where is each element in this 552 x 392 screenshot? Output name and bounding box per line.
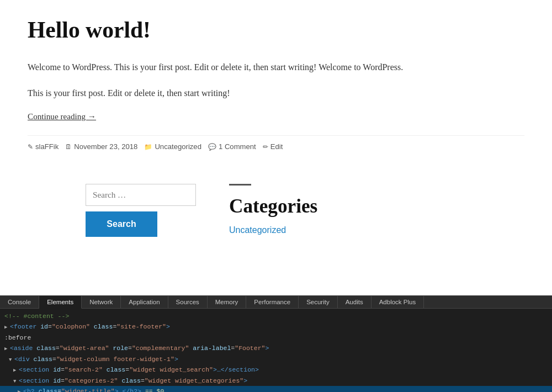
- post-body-line1: Welcome to WordPress. This is your first…: [28, 60, 442, 75]
- categories-divider: [229, 184, 251, 186]
- main-content: Hello world! Welcome to WordPress. This …: [6, 0, 546, 151]
- search-button[interactable]: Search: [86, 211, 157, 237]
- search-input[interactable]: [86, 184, 196, 206]
- post-meta: ✎ slaFFik 🗓 November 23, 2018 📁 Uncatego…: [28, 135, 524, 151]
- author-icon: ✎: [28, 143, 33, 151]
- meta-category: 📁 Uncategorized: [144, 142, 201, 151]
- meta-date: 🗓 November 23, 2018: [65, 142, 137, 151]
- meta-edit: ✏ Edit: [263, 142, 283, 151]
- meta-comments: 💬 1 Comment: [208, 142, 256, 151]
- meta-author: ✎ slaFFik: [28, 142, 59, 151]
- post-title: Hello world!: [28, 17, 524, 43]
- categories-title: Categories: [229, 195, 519, 218]
- search-widget: Search: [86, 184, 196, 237]
- categories-widget: Categories Uncategorized: [229, 184, 519, 237]
- widgets-area: Search Categories Uncategorized: [0, 173, 541, 253]
- edit-icon: ✏: [263, 143, 268, 151]
- continue-reading-link[interactable]: Continue reading →: [28, 112, 96, 121]
- calendar-icon: 🗓: [65, 143, 72, 151]
- folder-icon: 📁: [144, 143, 152, 151]
- categories-uncategorized-link[interactable]: Uncategorized: [229, 225, 286, 235]
- comment-icon: 💬: [208, 143, 216, 151]
- post-body-line2: This is your first post. Edit or delete …: [28, 86, 442, 100]
- edit-link[interactable]: Edit: [270, 142, 283, 151]
